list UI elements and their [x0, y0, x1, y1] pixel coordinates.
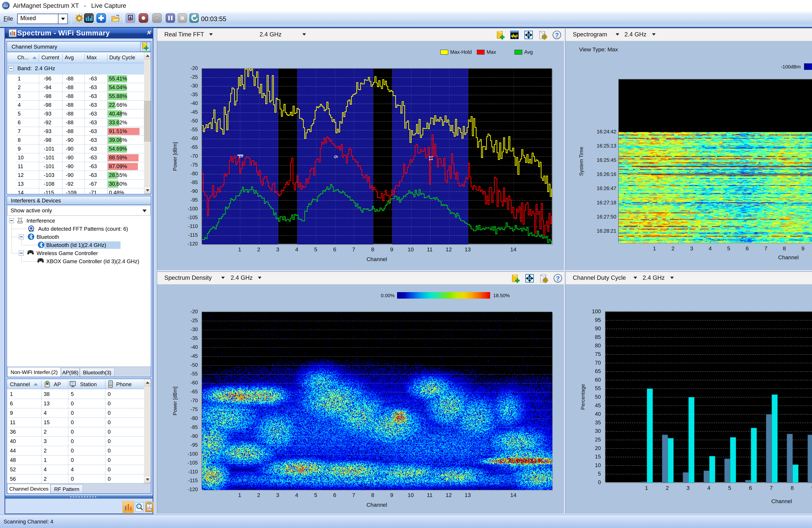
svg-text:1: 1: [238, 155, 244, 158]
svg-text:11: 11: [428, 155, 434, 161]
svg-text:6: 6: [333, 155, 339, 158]
